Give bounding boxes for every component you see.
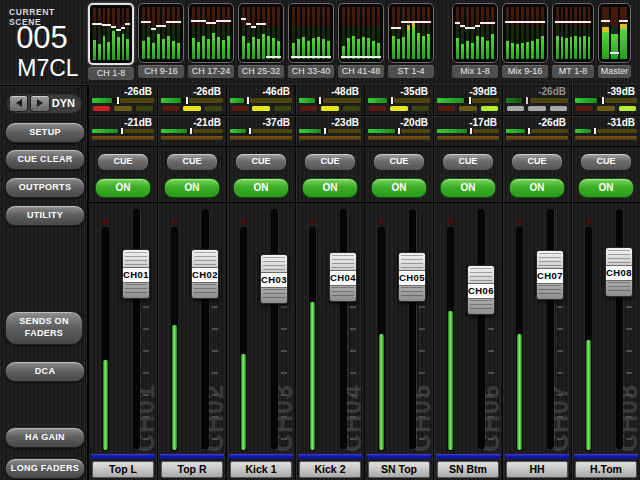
fader-handle[interactable]: CH02: [191, 249, 219, 299]
channel-color-bar: [298, 454, 362, 459]
gate-threshold-marker: [602, 97, 604, 104]
tab-ch-17-24[interactable]: CH 17-24: [188, 3, 234, 78]
channel-name[interactable]: SN Top: [368, 461, 430, 478]
gate-gr-segments: [230, 106, 292, 111]
fader-scale-tick: [626, 438, 632, 440]
utility-button[interactable]: UTILITY: [5, 205, 85, 226]
channel-name[interactable]: Kick 1: [230, 461, 292, 478]
fader-scale-tick: [488, 350, 494, 352]
comp-display[interactable]: -26dB: [503, 116, 571, 147]
fader-scale-tick: [143, 350, 149, 352]
gate-display[interactable]: -26dB: [503, 85, 571, 116]
cue-button[interactable]: CUE: [373, 153, 425, 171]
tab-mix-9-16[interactable]: Mix 9-16: [502, 3, 548, 78]
fader-handle[interactable]: CH08: [605, 247, 633, 297]
dca-button[interactable]: DCA: [5, 361, 85, 382]
cue-button[interactable]: CUE: [511, 153, 563, 171]
channel-name[interactable]: Top L: [92, 461, 154, 478]
on-button[interactable]: ON: [95, 178, 151, 198]
channel-name[interactable]: Kick 2: [299, 461, 361, 478]
setup-button[interactable]: SETUP: [5, 122, 85, 143]
tab-fader-mark: [475, 25, 480, 27]
long-faders-button[interactable]: LONG FADERS: [5, 458, 85, 479]
comp-display[interactable]: -31dB: [572, 116, 640, 147]
cue-button[interactable]: CUE: [235, 153, 287, 171]
fader-scale-tick: [281, 306, 287, 308]
prev-bank-button[interactable]: [9, 95, 28, 112]
cue-button[interactable]: CUE: [580, 153, 632, 171]
gate-display[interactable]: -26dB: [158, 85, 226, 116]
channel-name[interactable]: H.Tom: [575, 461, 637, 478]
gate-threshold-value: -26dB: [506, 85, 568, 97]
fader-handle-label: CH04: [330, 270, 356, 286]
tab-meter-column: [142, 7, 145, 59]
tab-meter-column: [481, 7, 484, 59]
gate-display[interactable]: -46dB: [227, 85, 295, 116]
cue-button[interactable]: CUE: [442, 153, 494, 171]
tab-meter: [552, 3, 594, 63]
fader-handle[interactable]: CH01: [122, 249, 150, 299]
tab-ch-25-32[interactable]: CH 25-32: [238, 3, 284, 78]
tab-fader-mark: [376, 56, 381, 58]
on-button[interactable]: ON: [509, 178, 565, 198]
on-button[interactable]: ON: [302, 178, 358, 198]
tab-fader-mark: [610, 52, 619, 54]
comp-display[interactable]: -17dB: [434, 116, 502, 147]
channel-name[interactable]: HH: [506, 461, 568, 478]
channel-name[interactable]: SN Btm: [437, 461, 499, 478]
tab-st-1-4[interactable]: ST 1-4: [388, 3, 434, 78]
gate-display[interactable]: -35dB: [365, 85, 433, 116]
comp-scale-bar: [531, 129, 568, 133]
comp-display[interactable]: -37dB: [227, 116, 295, 147]
on-button[interactable]: ON: [164, 178, 220, 198]
fader-scale-tick: [281, 350, 287, 352]
fader-track: [616, 209, 623, 449]
gate-display[interactable]: -39dB: [572, 85, 640, 116]
comp-level-fill: [92, 129, 118, 133]
channel-name[interactable]: Top R: [161, 461, 223, 478]
tab-meter-column: [222, 7, 225, 59]
tab-master[interactable]: Master: [598, 3, 631, 78]
tab-mix-1-8[interactable]: Mix 1-8: [452, 3, 498, 78]
fader-handle[interactable]: CH05: [398, 252, 426, 302]
ha-gain-button[interactable]: HA GAIN: [5, 427, 85, 448]
gate-display[interactable]: -26dB: [89, 85, 157, 116]
tab-meter-column: [583, 7, 586, 59]
on-button[interactable]: ON: [578, 178, 634, 198]
tab-meter-level: [466, 41, 469, 59]
tab-ch-9-16[interactable]: CH 9-16: [138, 3, 184, 78]
cue-button[interactable]: CUE: [166, 153, 218, 171]
fader-handle[interactable]: CH03: [260, 254, 288, 304]
comp-display[interactable]: -21dB: [158, 116, 226, 147]
level-meter: [447, 227, 454, 451]
on-button[interactable]: ON: [371, 178, 427, 198]
tab-meter-level: [252, 37, 255, 59]
fader-handle[interactable]: CH06: [467, 265, 495, 315]
cue-clear-button[interactable]: CUE CLEAR: [5, 149, 85, 170]
comp-display[interactable]: -23dB: [296, 116, 364, 147]
tab-mt-1-8[interactable]: MT 1-8: [552, 3, 594, 78]
level-meter-fill: [379, 334, 384, 450]
fader-handle[interactable]: CH04: [329, 252, 357, 302]
tab-ch-41-48[interactable]: CH 41-48: [338, 3, 384, 78]
gate-display[interactable]: -48dB: [296, 85, 364, 116]
fader-scale-tick: [419, 416, 425, 418]
outports-button[interactable]: OUTPORTS: [5, 177, 85, 198]
channel-strip-ch03: -46dB-37dBCUEONCH03CH03Kick 1: [226, 85, 295, 480]
tab-label: CH 41-48: [338, 65, 384, 78]
cue-row: CUE: [434, 147, 502, 174]
cue-button[interactable]: CUE: [304, 153, 356, 171]
fader-handle[interactable]: CH07: [536, 250, 564, 300]
cue-button[interactable]: CUE: [97, 153, 149, 171]
comp-display[interactable]: -21dB: [89, 116, 157, 147]
on-button[interactable]: ON: [440, 178, 496, 198]
sends-on-faders-button[interactable]: SENDS ON FADERS: [5, 311, 83, 345]
tab-ch-33-40[interactable]: CH 33-40: [288, 3, 334, 78]
on-button[interactable]: ON: [233, 178, 289, 198]
gate-display[interactable]: -39dB: [434, 85, 502, 116]
tab-meter-column: [476, 7, 479, 59]
comp-display[interactable]: -20dB: [365, 116, 433, 147]
cue-row: CUE: [572, 147, 640, 174]
next-bank-button[interactable]: [30, 95, 49, 112]
channel-color-bar: [505, 454, 569, 459]
